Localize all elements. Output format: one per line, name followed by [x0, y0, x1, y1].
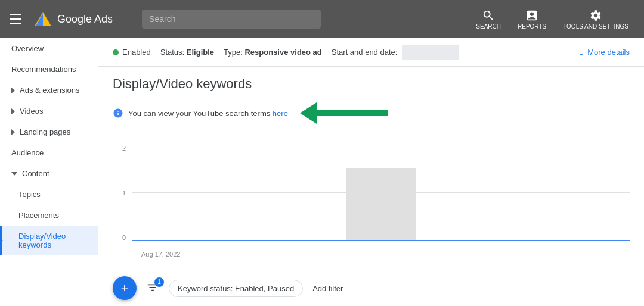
search-nav-button[interactable]: SEARCH: [470, 7, 507, 32]
x-label: Aug 17, 2022: [141, 251, 180, 258]
sidebar-item-label: Display/Video keywords: [18, 232, 88, 249]
sidebar-item-label: Videos: [20, 107, 44, 115]
sidebar-item-recommendations[interactable]: Recommendations: [0, 59, 98, 80]
sidebar-item-placements[interactable]: Placements: [0, 205, 98, 226]
y-label-0: 0: [113, 234, 126, 241]
filter-badge: 1: [154, 277, 164, 287]
fab-icon: +: [121, 280, 129, 296]
enabled-status: Enabled: [113, 48, 151, 57]
chevron-down-icon: ⌄: [578, 48, 585, 57]
chart-container: 2 1 0 Aug 17, 2022: [113, 140, 630, 260]
main-content: Enabled Status: Eligible Type: Responsiv…: [98, 38, 644, 306]
filter-chip-keyword-status[interactable]: Keyword status: Enabled, Paused: [169, 280, 303, 297]
header-search-input[interactable]: [142, 10, 321, 29]
page-title-area: Display/Video keywords: [98, 67, 644, 96]
sidebar-item-videos[interactable]: Videos: [0, 101, 98, 121]
status-value: Eligible: [187, 48, 214, 57]
y-label-2: 2: [113, 145, 126, 152]
info-text: You can view your YouTube search terms h…: [128, 109, 288, 118]
active-arrow-indicator: [0, 236, 3, 245]
arrow-head: [300, 102, 317, 124]
add-filter-label: Add filter: [312, 284, 343, 293]
green-arrow-indicator: [300, 102, 388, 124]
chart-plot-area: [132, 145, 630, 241]
header: Google Ads SEARCH REPORTS TOOLS AND SETT…: [0, 0, 644, 38]
page-title: Display/Video keywords: [113, 76, 630, 92]
sidebar-item-ads-extensions[interactable]: Ads & extensions: [0, 80, 98, 101]
sidebar-item-content[interactable]: Content: [0, 163, 98, 184]
search-label: SEARCH: [476, 23, 501, 30]
date-range: Start and end date:: [332, 45, 460, 60]
tools-icon: [589, 9, 602, 22]
sidebar-item-landing-pages[interactable]: Landing pages: [0, 121, 98, 142]
header-actions: SEARCH REPORTS TOOLS AND SETTINGS: [470, 7, 634, 32]
filter-chip-label: Keyword status: Enabled, Paused: [178, 284, 294, 293]
info-bar: You can view your YouTube search terms h…: [98, 96, 644, 130]
y-label-1: 1: [113, 189, 126, 196]
type-label: Type: Responsive video ad: [224, 48, 322, 57]
enabled-dot: [113, 49, 119, 55]
date-prefix: Start and end date:: [332, 48, 398, 57]
chart-area: 2 1 0 Aug 17, 2022: [98, 130, 644, 270]
sidebar-item-label: Ads & extensions: [20, 86, 79, 95]
header-search-area: [142, 10, 321, 29]
search-icon: [482, 9, 495, 22]
info-link[interactable]: here: [273, 109, 288, 118]
status-label: Status: Eligible: [160, 48, 214, 57]
menu-icon[interactable]: [10, 12, 24, 26]
info-icon: [113, 108, 123, 118]
sidebar-item-label: Topics: [18, 190, 41, 199]
sidebar-item-label: Landing pages: [20, 127, 70, 136]
arrow-shaft: [316, 110, 388, 116]
sidebar-item-topics[interactable]: Topics: [0, 184, 98, 205]
type-value: Responsive video ad: [244, 48, 321, 57]
add-filter-button[interactable]: Add filter: [312, 284, 343, 293]
sidebar-item-label: Content: [22, 169, 49, 178]
sidebar-item-label: Placements: [18, 211, 59, 220]
sidebar-item-label: Recommendations: [11, 65, 76, 74]
status-bar: Enabled Status: Eligible Type: Responsiv…: [98, 38, 644, 67]
chart-bar: [346, 168, 416, 240]
sidebar-item-label: Overview: [11, 44, 44, 53]
date-input[interactable]: [402, 45, 459, 60]
sidebar: Overview Recommendations Ads & extension…: [0, 38, 98, 306]
sidebar-item-audience[interactable]: Audience: [0, 142, 98, 163]
fab-add-button[interactable]: +: [113, 276, 137, 300]
header-divider: [132, 7, 132, 31]
tools-label: TOOLS AND SETTINGS: [563, 23, 628, 30]
more-details-label: More details: [587, 48, 630, 57]
more-details-button[interactable]: ⌄ More details: [578, 48, 630, 57]
sidebar-item-overview[interactable]: Overview: [0, 38, 98, 59]
logo: Google Ads: [33, 10, 113, 29]
reports-label: REPORTS: [518, 23, 546, 30]
sidebar-item-display-video-keywords[interactable]: Display/Video keywords: [0, 226, 98, 255]
reports-icon: [525, 9, 538, 22]
sidebar-item-label: Audience: [11, 148, 44, 157]
reports-button[interactable]: REPORTS: [512, 7, 552, 32]
filter-bar: + 1 Keyword status: Enabled, Paused Add …: [98, 270, 644, 306]
enabled-label: Enabled: [122, 48, 151, 57]
main-layout: Overview Recommendations Ads & extension…: [0, 38, 644, 306]
tools-settings-button[interactable]: TOOLS AND SETTINGS: [557, 7, 634, 32]
logo-text: Google Ads: [57, 13, 113, 26]
grid-line-top: [132, 145, 630, 145]
filter-icon-wrapper[interactable]: 1: [146, 281, 159, 296]
y-axis: 2 1 0: [113, 145, 126, 241]
logo-icon: [33, 10, 52, 29]
